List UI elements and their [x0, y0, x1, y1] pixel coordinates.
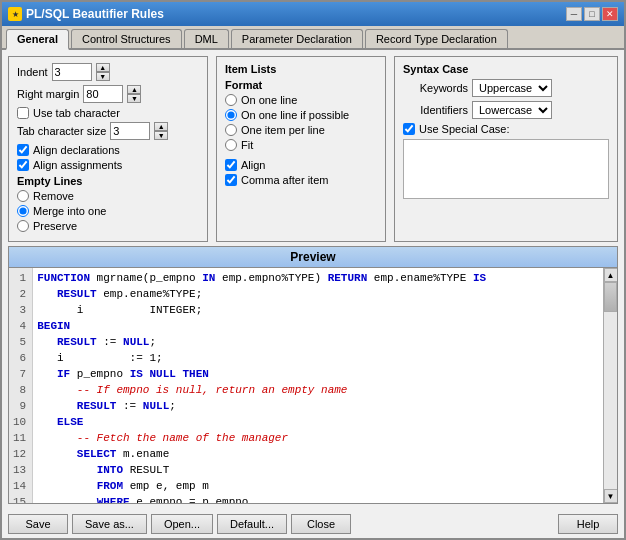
use-special-case-checkbox[interactable] [403, 123, 415, 135]
right-margin-label: Right margin [17, 88, 79, 100]
preview-code: FUNCTION mgrname(p_empno IN emp.empno%TY… [33, 268, 603, 503]
tab-char-size-down[interactable]: ▼ [154, 131, 168, 140]
tab-char-size-input[interactable] [110, 122, 150, 140]
merge-radio-row: Merge into one [17, 205, 199, 217]
align-checkbox[interactable] [225, 159, 237, 171]
right-margin-row: Right margin ▲ ▼ [17, 85, 199, 103]
remove-radio[interactable] [17, 190, 29, 202]
on-one-line-if-possible-label: On one line if possible [241, 109, 349, 121]
help-button[interactable]: Help [558, 514, 618, 534]
on-one-line-radio[interactable] [225, 94, 237, 106]
comma-after-item-row: Comma after item [225, 174, 377, 186]
preserve-radio[interactable] [17, 220, 29, 232]
fit-label: Fit [241, 139, 253, 151]
indent-spinner: ▲ ▼ [96, 63, 110, 81]
tab-general[interactable]: General [6, 29, 69, 50]
one-item-per-line-row: One item per line [225, 124, 377, 136]
indent-up[interactable]: ▲ [96, 63, 110, 72]
tab-char-size-up[interactable]: ▲ [154, 122, 168, 131]
line-num: 15 [13, 494, 28, 504]
one-item-per-line-radio[interactable] [225, 124, 237, 136]
close-button[interactable]: Close [291, 514, 351, 534]
merge-radio[interactable] [17, 205, 29, 217]
title-controls: ─ □ ✕ [566, 7, 618, 21]
save-button[interactable]: Save [8, 514, 68, 534]
preserve-radio-row: Preserve [17, 220, 199, 232]
keywords-select[interactable]: Uppercase Lowercase As is [472, 79, 552, 97]
right-margin-spinner: ▲ ▼ [127, 85, 141, 103]
line-num: 5 [13, 334, 28, 350]
special-case-area[interactable] [403, 139, 609, 199]
identifiers-row: Identifiers Lowercase Uppercase As is [403, 101, 609, 119]
align-assignments-row: Align assignments [17, 159, 199, 171]
comma-after-item-checkbox[interactable] [225, 174, 237, 186]
indent-row: Indent ▲ ▼ [17, 63, 199, 81]
top-section: Indent ▲ ▼ Right margin ▲ ▼ [8, 56, 618, 242]
scroll-thumb[interactable] [604, 282, 617, 312]
fit-radio[interactable] [225, 139, 237, 151]
indent-down[interactable]: ▼ [96, 72, 110, 81]
line-num: 8 [13, 382, 28, 398]
line-num: 2 [13, 286, 28, 302]
right-buttons: Help [558, 514, 618, 534]
maximize-button[interactable]: □ [584, 7, 600, 21]
line-num: 7 [13, 366, 28, 382]
default-button[interactable]: Default... [217, 514, 287, 534]
left-panel: Indent ▲ ▼ Right margin ▲ ▼ [8, 56, 208, 242]
code-line-10: ELSE [37, 414, 599, 430]
align-declarations-label: Align declarations [33, 144, 120, 156]
use-tab-character-row: Use tab character [17, 107, 199, 119]
right-panel: Syntax Case Keywords Uppercase Lowercase… [394, 56, 618, 242]
scroll-down-button[interactable]: ▼ [604, 489, 618, 503]
bottom-bar: Save Save as... Open... Default... Close… [2, 510, 624, 538]
indent-input[interactable] [52, 63, 92, 81]
empty-lines-title: Empty Lines [17, 175, 199, 187]
main-window: ★ PL/SQL Beautifier Rules ─ □ ✕ General … [0, 0, 626, 540]
identifiers-label: Identifiers [403, 104, 468, 116]
on-one-line-label: On one line [241, 94, 297, 106]
preview-section: Preview 1 2 3 4 5 6 7 8 9 10 11 12 13 14 [8, 246, 618, 504]
close-window-button[interactable]: ✕ [602, 7, 618, 21]
preview-title: Preview [8, 246, 618, 268]
line-num: 1 [13, 270, 28, 286]
right-margin-up[interactable]: ▲ [127, 85, 141, 94]
save-as-button[interactable]: Save as... [72, 514, 147, 534]
minimize-button[interactable]: ─ [566, 7, 582, 21]
align-row: Align [225, 159, 377, 171]
preview-scrollbar[interactable]: ▲ ▼ [603, 268, 617, 503]
code-line-9: RESULT := NULL; [37, 398, 599, 414]
remove-radio-row: Remove [17, 190, 199, 202]
open-button[interactable]: Open... [151, 514, 213, 534]
code-line-8: -- If empno is null, return an empty nam… [37, 382, 599, 398]
tab-bar: General Control Structures DML Parameter… [2, 26, 624, 50]
identifiers-select[interactable]: Lowercase Uppercase As is [472, 101, 552, 119]
scroll-up-button[interactable]: ▲ [604, 268, 618, 282]
align-assignments-checkbox[interactable] [17, 159, 29, 171]
align-declarations-checkbox[interactable] [17, 144, 29, 156]
code-line-7: IF p_empno IS NULL THEN [37, 366, 599, 382]
tab-char-size-spinner: ▲ ▼ [154, 122, 168, 140]
tab-dml[interactable]: DML [184, 29, 229, 48]
on-one-line-row: On one line [225, 94, 377, 106]
tab-char-size-row: Tab character size ▲ ▼ [17, 122, 199, 140]
line-num: 12 [13, 446, 28, 462]
right-margin-down[interactable]: ▼ [127, 94, 141, 103]
code-line-6: i := 1; [37, 350, 599, 366]
code-line-1: FUNCTION mgrname(p_empno IN emp.empno%TY… [37, 270, 599, 286]
window-icon: ★ [8, 7, 22, 21]
on-one-line-if-possible-row: On one line if possible [225, 109, 377, 121]
left-buttons: Save Save as... Open... Default... Close [8, 514, 351, 534]
right-margin-input[interactable] [83, 85, 123, 103]
comma-after-item-label: Comma after item [241, 174, 328, 186]
tab-control-structures[interactable]: Control Structures [71, 29, 182, 48]
item-lists-title: Item Lists [225, 63, 377, 75]
tab-parameter-declaration[interactable]: Parameter Declaration [231, 29, 363, 48]
line-num: 10 [13, 414, 28, 430]
on-one-line-if-possible-radio[interactable] [225, 109, 237, 121]
use-tab-character-checkbox[interactable] [17, 107, 29, 119]
line-num: 9 [13, 398, 28, 414]
tab-record-type-declaration[interactable]: Record Type Declaration [365, 29, 508, 48]
use-tab-character-label: Use tab character [33, 107, 120, 119]
line-num: 3 [13, 302, 28, 318]
syntax-case-title: Syntax Case [403, 63, 609, 75]
